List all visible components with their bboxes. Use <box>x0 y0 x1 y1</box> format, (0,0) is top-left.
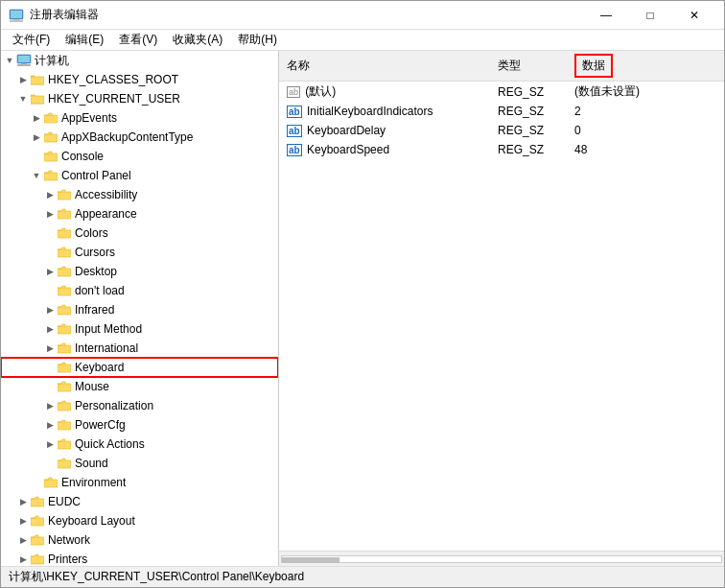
expand-quickactions[interactable]: ▶ <box>43 437 57 451</box>
tree-panel[interactable]: ▼ 计算机 ▶ HKEY_CLASSES_ROOT <box>1 51 279 566</box>
table-row[interactable]: ab KeyboardSpeedREG_SZ48 <box>279 140 724 159</box>
maximize-button[interactable]: □ <box>628 1 672 30</box>
tree-label-appevents: AppEvents <box>61 111 117 125</box>
menu-item[interactable]: 查看(V) <box>111 30 165 50</box>
expand-printers[interactable]: ▶ <box>16 553 30 566</box>
svg-rect-1 <box>11 11 22 18</box>
folder-icon-colors <box>57 226 72 240</box>
col-header-data: 数据 <box>567 51 724 82</box>
tree-item-network[interactable]: ▶ Network <box>1 530 278 550</box>
tree-item-printers[interactable]: ▶ Printers <box>1 550 278 566</box>
svg-rect-7 <box>21 63 27 64</box>
cell-name: ab InitialKeyboardIndicators <box>279 102 490 121</box>
tree-item-hkcu[interactable]: ▼ HKEY_CURRENT_USER <box>1 89 278 108</box>
svg-rect-21 <box>58 326 71 334</box>
expand-inputmethod[interactable]: ▶ <box>43 322 57 336</box>
tree-label-keyboardlayout: Keyboard Layout <box>48 514 135 528</box>
tree-item-appearance[interactable]: ▶ Appearance <box>1 204 278 223</box>
tree-item-appevents[interactable]: ▶ AppEvents <box>1 108 278 128</box>
expand-personalization[interactable]: ▶ <box>43 399 57 412</box>
svg-rect-23 <box>58 365 71 372</box>
tree-label-environment: Environment <box>61 476 126 489</box>
tree-item-keyboardlayout[interactable]: ▶ Keyboard Layout <box>1 511 278 530</box>
svg-rect-11 <box>44 134 58 142</box>
table-row[interactable]: ab (默认)REG_SZ(数值未设置) <box>279 82 724 103</box>
cell-data: (数值未设置) <box>567 82 724 103</box>
expand-keyboardlayout[interactable]: ▶ <box>16 514 30 528</box>
svg-rect-16 <box>58 230 71 238</box>
minimize-button[interactable]: — <box>584 1 628 30</box>
tree-label-hkcr: HKEY_CLASSES_ROOT <box>48 73 178 86</box>
folder-icon-printers <box>30 553 45 566</box>
svg-rect-14 <box>58 192 71 200</box>
table-row[interactable]: ab KeyboardDelayREG_SZ0 <box>279 121 724 140</box>
folder-icon-infrared <box>57 303 72 317</box>
svg-rect-33 <box>31 556 44 564</box>
tree-label-keyboard: Keyboard <box>75 361 124 374</box>
tree-item-desktop[interactable]: ▶ Desktop <box>1 262 278 281</box>
folder-icon-hkcu <box>30 92 45 106</box>
expand-accessibility[interactable]: ▶ <box>43 188 57 201</box>
tree-item-dontload[interactable]: don't load <box>1 281 278 300</box>
folder-icon-keyboard <box>57 361 72 374</box>
expand-appearance[interactable]: ▶ <box>43 207 57 221</box>
tree-item-sound[interactable]: Sound <box>1 454 278 473</box>
expand-hkcu[interactable]: ▼ <box>16 92 30 106</box>
statusbar: 计算机\HKEY_CURRENT_USER\Control Panel\Keyb… <box>1 566 724 587</box>
menu-item[interactable]: 收藏夹(A) <box>165 30 230 50</box>
folder-icon-powercfg <box>57 418 72 432</box>
tree-item-accessibility[interactable]: ▶ Accessibility <box>1 185 278 204</box>
detail-table[interactable]: 名称 类型 数据 ab (默认)REG_SZ(数值未设置)ab InitialK… <box>279 51 724 551</box>
menu-item[interactable]: 帮助(H) <box>230 30 285 50</box>
tree-root[interactable]: ▼ 计算机 <box>1 51 278 70</box>
menubar: 文件(F)编辑(E)查看(V)收藏夹(A)帮助(H) <box>1 30 724 51</box>
expand-appevents[interactable]: ▶ <box>30 111 43 125</box>
folder-icon-eudc <box>30 495 45 508</box>
tree-item-console[interactable]: Console <box>1 147 278 166</box>
expand-international[interactable]: ▶ <box>43 341 57 355</box>
expand-controlpanel[interactable]: ▼ <box>30 169 43 182</box>
svg-rect-27 <box>58 441 71 449</box>
col-header-type: 类型 <box>490 51 567 82</box>
tree-item-cursors[interactable]: Cursors <box>1 243 278 262</box>
data-column-label: 数据 <box>574 54 613 78</box>
expand-appxbackup[interactable]: ▶ <box>30 130 43 144</box>
tree-item-eudc[interactable]: ▶ EUDC <box>1 492 278 511</box>
expand-infrared[interactable]: ▶ <box>43 303 57 317</box>
tree-label-inputmethod: Input Method <box>75 322 142 336</box>
svg-rect-12 <box>44 153 58 161</box>
tree-item-infrared[interactable]: ▶ Infrared <box>1 300 278 319</box>
expand-eudc[interactable]: ▶ <box>16 495 30 508</box>
table-row[interactable]: ab InitialKeyboardIndicatorsREG_SZ2 <box>279 102 724 121</box>
svg-rect-19 <box>58 288 71 295</box>
horizontal-scrollbar[interactable] <box>279 551 724 566</box>
svg-rect-31 <box>31 518 44 526</box>
tree-item-appxbackup[interactable]: ▶ AppXBackupContentType <box>1 128 278 147</box>
menu-item[interactable]: 文件(F) <box>5 30 58 50</box>
tree-item-hkcr[interactable]: ▶ HKEY_CLASSES_ROOT <box>1 70 278 89</box>
tree-item-environment[interactable]: Environment <box>1 473 278 492</box>
tree-item-controlpanel[interactable]: ▼ Control Panel <box>1 166 278 185</box>
expand-powercfg[interactable]: ▶ <box>43 418 57 432</box>
tree-item-international[interactable]: ▶ International <box>1 339 278 358</box>
tree-item-inputmethod[interactable]: ▶ Input Method <box>1 319 278 339</box>
tree-item-quickactions[interactable]: ▶ Quick Actions <box>1 435 278 454</box>
tree-item-mouse[interactable]: Mouse <box>1 377 278 396</box>
expand-hkcr[interactable]: ▶ <box>16 73 30 86</box>
expand-network[interactable]: ▶ <box>16 533 30 547</box>
expand-root[interactable]: ▼ <box>3 54 16 67</box>
tree-item-keyboard[interactable]: Keyboard <box>1 358 278 377</box>
tree-root-label: 计算机 <box>35 53 69 69</box>
tree-item-colors[interactable]: Colors <box>1 223 278 243</box>
folder-icon-sound <box>57 457 72 470</box>
tree-item-powercfg[interactable]: ▶ PowerCfg <box>1 415 278 435</box>
close-button[interactable]: ✕ <box>672 1 716 30</box>
folder-icon-dontload <box>57 284 72 297</box>
svg-rect-24 <box>58 384 71 391</box>
tree-label-cursors: Cursors <box>75 246 115 259</box>
tree-label-accessibility: Accessibility <box>75 188 137 201</box>
svg-rect-30 <box>31 499 44 506</box>
menu-item[interactable]: 编辑(E) <box>58 30 111 50</box>
tree-item-personalization[interactable]: ▶ Personalization <box>1 396 278 415</box>
expand-desktop[interactable]: ▶ <box>43 265 57 278</box>
